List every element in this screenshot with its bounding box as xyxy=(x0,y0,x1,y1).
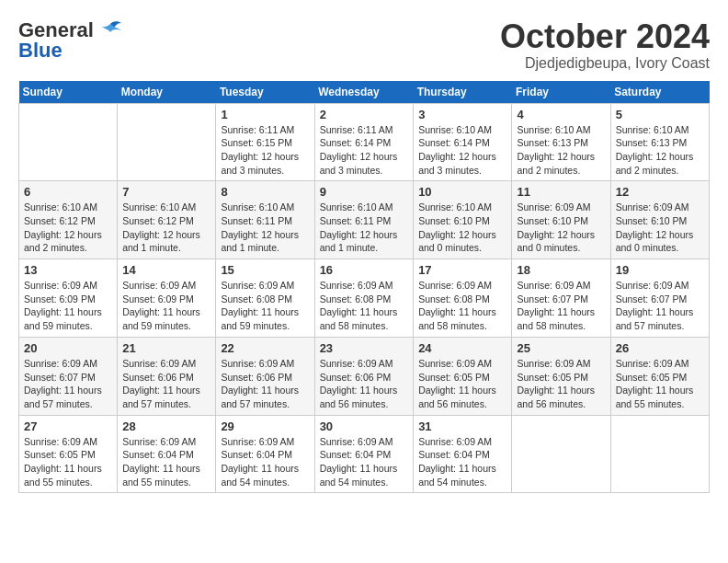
calendar-cell: 2Sunrise: 6:11 AM Sunset: 6:14 PM Daylig… xyxy=(314,103,414,181)
day-info: Sunrise: 6:09 AM Sunset: 6:06 PM Dayligh… xyxy=(320,357,409,411)
month-title: October 2024 xyxy=(500,18,710,55)
day-number: 21 xyxy=(122,341,210,355)
day-number: 1 xyxy=(221,108,309,121)
day-number: 29 xyxy=(221,419,309,433)
day-number: 7 xyxy=(122,185,210,199)
calendar-cell: 25Sunrise: 6:09 AM Sunset: 6:05 PM Dayli… xyxy=(512,337,610,415)
day-number: 18 xyxy=(517,263,605,277)
day-number: 2 xyxy=(320,108,409,121)
day-number: 6 xyxy=(24,185,112,199)
day-number: 26 xyxy=(616,341,704,355)
day-number: 19 xyxy=(616,263,704,277)
weekday-header: Sunday xyxy=(19,81,118,104)
title-section: October 2024 Djedjedigbeupa, Ivory Coast xyxy=(500,18,710,72)
calendar-cell: 13Sunrise: 6:09 AM Sunset: 6:09 PM Dayli… xyxy=(19,259,118,338)
day-info: Sunrise: 6:09 AM Sunset: 6:07 PM Dayligh… xyxy=(24,357,112,411)
weekday-header: Wednesday xyxy=(314,81,414,104)
location-title: Djedjedigbeupa, Ivory Coast xyxy=(500,55,710,72)
calendar-cell xyxy=(610,415,709,493)
calendar-cell xyxy=(512,415,610,493)
day-info: Sunrise: 6:09 AM Sunset: 6:07 PM Dayligh… xyxy=(616,279,704,333)
calendar-cell: 24Sunrise: 6:09 AM Sunset: 6:05 PM Dayli… xyxy=(414,337,512,415)
day-number: 8 xyxy=(221,185,309,199)
calendar-week-row: 1Sunrise: 6:11 AM Sunset: 6:15 PM Daylig… xyxy=(19,103,710,181)
day-info: Sunrise: 6:09 AM Sunset: 6:05 PM Dayligh… xyxy=(24,435,112,489)
day-number: 27 xyxy=(24,419,112,433)
day-info: Sunrise: 6:10 AM Sunset: 6:13 PM Dayligh… xyxy=(616,123,704,178)
calendar-cell: 10Sunrise: 6:10 AM Sunset: 6:10 PM Dayli… xyxy=(414,181,512,259)
calendar-cell: 5Sunrise: 6:10 AM Sunset: 6:13 PM Daylig… xyxy=(610,103,709,181)
day-info: Sunrise: 6:09 AM Sunset: 6:04 PM Dayligh… xyxy=(418,435,506,489)
day-info: Sunrise: 6:10 AM Sunset: 6:12 PM Dayligh… xyxy=(122,201,210,255)
day-number: 20 xyxy=(24,341,112,355)
day-number: 31 xyxy=(418,419,506,433)
calendar-cell: 20Sunrise: 6:09 AM Sunset: 6:07 PM Dayli… xyxy=(19,337,118,415)
day-info: Sunrise: 6:09 AM Sunset: 6:06 PM Dayligh… xyxy=(221,357,309,411)
page-header: General Blue October 2024 Djedjedigbeupa… xyxy=(18,18,710,72)
day-info: Sunrise: 6:10 AM Sunset: 6:14 PM Dayligh… xyxy=(418,123,506,178)
day-info: Sunrise: 6:10 AM Sunset: 6:13 PM Dayligh… xyxy=(517,123,605,178)
calendar-cell xyxy=(118,103,216,181)
day-number: 16 xyxy=(320,263,409,277)
calendar-cell: 4Sunrise: 6:10 AM Sunset: 6:13 PM Daylig… xyxy=(512,103,610,181)
calendar-cell: 11Sunrise: 6:09 AM Sunset: 6:10 PM Dayli… xyxy=(512,181,610,259)
calendar-cell: 6Sunrise: 6:10 AM Sunset: 6:12 PM Daylig… xyxy=(19,181,118,259)
calendar-cell: 26Sunrise: 6:09 AM Sunset: 6:05 PM Dayli… xyxy=(610,337,709,415)
calendar-cell: 14Sunrise: 6:09 AM Sunset: 6:09 PM Dayli… xyxy=(118,259,216,338)
calendar-cell: 30Sunrise: 6:09 AM Sunset: 6:04 PM Dayli… xyxy=(314,415,414,493)
calendar-cell: 19Sunrise: 6:09 AM Sunset: 6:07 PM Dayli… xyxy=(610,259,709,338)
day-number: 24 xyxy=(418,341,506,355)
logo-bird-icon xyxy=(97,20,123,40)
weekday-header: Saturday xyxy=(610,81,709,104)
day-number: 9 xyxy=(320,185,409,199)
calendar-cell: 3Sunrise: 6:10 AM Sunset: 6:14 PM Daylig… xyxy=(414,103,512,181)
day-info: Sunrise: 6:09 AM Sunset: 6:08 PM Dayligh… xyxy=(320,279,409,333)
day-number: 22 xyxy=(221,341,309,355)
calendar-cell: 29Sunrise: 6:09 AM Sunset: 6:04 PM Dayli… xyxy=(216,415,314,493)
day-info: Sunrise: 6:09 AM Sunset: 6:05 PM Dayligh… xyxy=(616,357,704,411)
day-info: Sunrise: 6:11 AM Sunset: 6:14 PM Dayligh… xyxy=(320,123,409,178)
day-info: Sunrise: 6:09 AM Sunset: 6:05 PM Dayligh… xyxy=(517,357,605,411)
day-number: 12 xyxy=(616,185,704,199)
calendar-cell: 15Sunrise: 6:09 AM Sunset: 6:08 PM Dayli… xyxy=(216,259,314,338)
calendar-header-row: SundayMondayTuesdayWednesdayThursdayFrid… xyxy=(19,81,710,104)
calendar-cell: 28Sunrise: 6:09 AM Sunset: 6:04 PM Dayli… xyxy=(118,415,216,493)
day-info: Sunrise: 6:09 AM Sunset: 6:09 PM Dayligh… xyxy=(24,279,112,333)
calendar-week-row: 13Sunrise: 6:09 AM Sunset: 6:09 PM Dayli… xyxy=(19,259,710,338)
calendar-cell: 23Sunrise: 6:09 AM Sunset: 6:06 PM Dayli… xyxy=(314,337,414,415)
day-info: Sunrise: 6:09 AM Sunset: 6:05 PM Dayligh… xyxy=(418,357,506,411)
day-info: Sunrise: 6:09 AM Sunset: 6:07 PM Dayligh… xyxy=(517,279,605,333)
day-info: Sunrise: 6:09 AM Sunset: 6:10 PM Dayligh… xyxy=(517,201,605,255)
weekday-header: Tuesday xyxy=(216,81,314,104)
calendar-cell: 8Sunrise: 6:10 AM Sunset: 6:11 PM Daylig… xyxy=(216,181,314,259)
day-number: 13 xyxy=(24,263,112,277)
day-number: 30 xyxy=(320,419,409,433)
day-info: Sunrise: 6:09 AM Sunset: 6:08 PM Dayligh… xyxy=(418,279,506,333)
calendar-cell: 7Sunrise: 6:10 AM Sunset: 6:12 PM Daylig… xyxy=(118,181,216,259)
day-number: 3 xyxy=(418,108,506,121)
day-info: Sunrise: 6:09 AM Sunset: 6:10 PM Dayligh… xyxy=(616,201,704,255)
day-info: Sunrise: 6:10 AM Sunset: 6:12 PM Dayligh… xyxy=(24,201,112,255)
calendar-week-row: 27Sunrise: 6:09 AM Sunset: 6:05 PM Dayli… xyxy=(19,415,710,493)
day-info: Sunrise: 6:09 AM Sunset: 6:09 PM Dayligh… xyxy=(122,279,210,333)
calendar-cell: 16Sunrise: 6:09 AM Sunset: 6:08 PM Dayli… xyxy=(314,259,414,338)
day-info: Sunrise: 6:09 AM Sunset: 6:06 PM Dayligh… xyxy=(122,357,210,411)
day-number: 14 xyxy=(122,263,210,277)
calendar-cell: 22Sunrise: 6:09 AM Sunset: 6:06 PM Dayli… xyxy=(216,337,314,415)
day-info: Sunrise: 6:09 AM Sunset: 6:08 PM Dayligh… xyxy=(221,279,309,333)
logo: General Blue xyxy=(18,18,123,63)
calendar-table: SundayMondayTuesdayWednesdayThursdayFrid… xyxy=(18,81,710,494)
calendar-cell: 1Sunrise: 6:11 AM Sunset: 6:15 PM Daylig… xyxy=(216,103,314,181)
day-info: Sunrise: 6:09 AM Sunset: 6:04 PM Dayligh… xyxy=(122,435,210,489)
calendar-cell: 27Sunrise: 6:09 AM Sunset: 6:05 PM Dayli… xyxy=(19,415,118,493)
day-info: Sunrise: 6:11 AM Sunset: 6:15 PM Dayligh… xyxy=(221,123,309,178)
day-number: 28 xyxy=(122,419,210,433)
calendar-cell xyxy=(19,103,118,181)
calendar-cell: 12Sunrise: 6:09 AM Sunset: 6:10 PM Dayli… xyxy=(610,181,709,259)
weekday-header: Thursday xyxy=(414,81,512,104)
day-number: 10 xyxy=(418,185,506,199)
calendar-week-row: 6Sunrise: 6:10 AM Sunset: 6:12 PM Daylig… xyxy=(19,181,710,259)
day-number: 25 xyxy=(517,341,605,355)
weekday-header: Friday xyxy=(512,81,610,104)
day-info: Sunrise: 6:10 AM Sunset: 6:11 PM Dayligh… xyxy=(320,201,409,255)
